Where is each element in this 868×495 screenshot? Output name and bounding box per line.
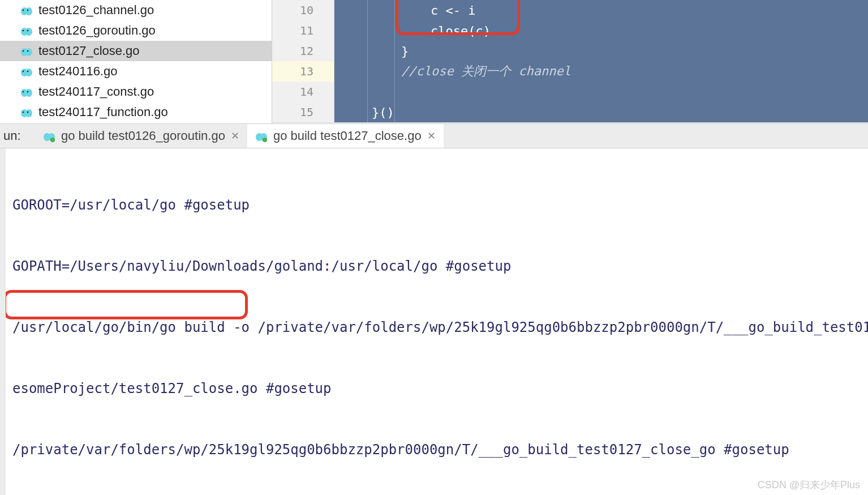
project-tree: test0126_channel.go test0126_goroutin.go… [0,0,272,123]
svg-point-11 [27,50,29,52]
svg-point-29 [50,138,55,142]
watermark: CSDN @归来少年Plus [758,478,860,492]
svg-point-22 [23,112,24,113]
go-file-icon [20,25,33,36]
svg-point-5 [25,28,32,36]
console-output[interactable]: GOROOT=/usr/local/go #gosetup GOPATH=/Us… [0,148,868,495]
line-number: 10 [272,0,334,20]
svg-point-2 [23,10,24,11]
file-name: test0126_goroutin.go [38,23,156,38]
file-item[interactable]: test0126_channel.go [0,0,272,20]
file-item[interactable]: test240116.go [0,61,272,82]
svg-point-7 [27,30,29,32]
go-file-icon [20,5,33,15]
close-icon[interactable]: ✕ [427,130,436,142]
line-number: 13 [272,61,334,82]
file-name: test0127_close.go [38,44,140,58]
svg-point-10 [23,50,24,52]
go-file-icon [20,87,33,97]
line-number: 14 [272,82,334,102]
code-line: //close 关闭一个 channel [401,63,571,80]
code-area[interactable]: c <- i close(c) } //close 关闭一个 channel }… [334,0,868,122]
console-line: GOROOT=/usr/local/go #gosetup [12,195,868,215]
file-name: test240117_const.go [38,84,154,99]
go-run-icon [255,131,268,141]
go-file-icon [20,46,33,56]
file-item[interactable]: test240117_function.go [0,102,272,122]
svg-point-14 [23,71,24,72]
svg-point-23 [27,112,29,113]
svg-point-3 [27,10,29,11]
svg-point-1 [25,7,32,15]
go-file-icon [20,66,33,76]
code-line: } [401,44,409,58]
run-tab[interactable]: go build test0126_goroutin.go ✕ [35,124,247,148]
svg-point-6 [23,30,24,32]
highlight-box [396,0,520,35]
line-number: 12 [272,41,334,61]
console-line: GOPATH=/Users/navyliu/Downloads/goland:/… [12,256,868,276]
line-gutter: 10 11 12 13 14 15 [272,0,334,122]
editor: 10 11 12 13 14 15 c <- i close(c) } //cl… [272,0,868,123]
run-tab[interactable]: go build test0127_close.go ✕ [247,124,444,148]
line-number: 15 [272,102,334,122]
file-item[interactable]: test0126_goroutin.go [0,20,272,41]
run-label: un: [0,129,35,143]
svg-point-21 [25,109,32,117]
svg-point-32 [263,138,267,142]
highlight-box [3,290,248,319]
console-line: /private/var/folders/wp/25k19gl925qg0b6b… [12,439,868,460]
file-item[interactable]: test0127_close.go [0,41,272,61]
file-item[interactable]: test240117_const.go [0,82,272,102]
svg-point-18 [23,91,24,93]
file-name: test240116.go [38,64,117,79]
svg-point-19 [27,91,29,93]
console-line: /usr/local/go/bin/go build -o /private/v… [12,317,868,338]
line-number: 11 [272,20,334,41]
run-tab-label: go build test0126_goroutin.go [61,129,225,143]
console-line: esomeProject/test0127_close.go #gosetup [12,378,868,399]
run-tab-label: go build test0127_close.go [273,129,422,143]
run-tabs-bar: un: go build test0126_goroutin.go ✕ go b… [0,123,868,148]
svg-point-9 [25,48,32,56]
close-icon[interactable]: ✕ [231,130,239,142]
svg-point-13 [25,69,32,76]
file-name: test0126_channel.go [38,3,154,18]
go-file-icon [20,107,33,117]
go-run-icon [43,131,55,141]
code-line: }() [372,105,394,120]
svg-point-17 [25,89,32,97]
file-name: test240117_function.go [38,105,168,120]
svg-point-15 [27,71,29,72]
